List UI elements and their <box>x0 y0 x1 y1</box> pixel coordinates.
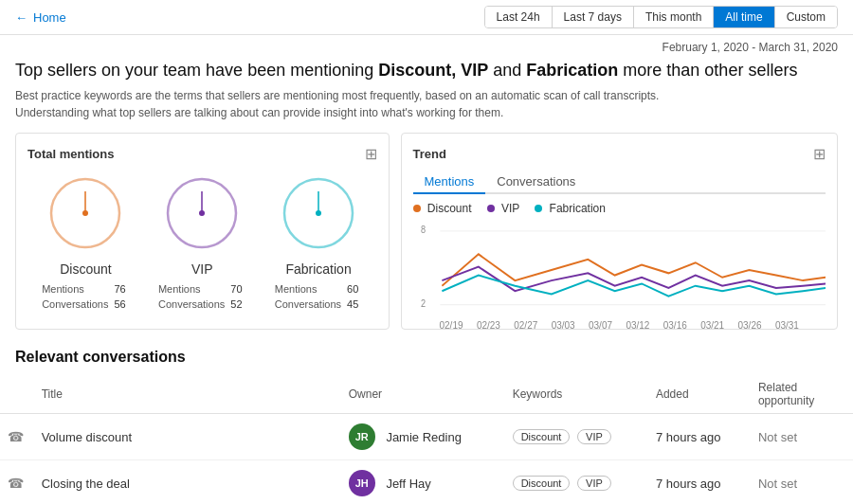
keyword-badge-vip-1[interactable]: VIP <box>577 476 611 491</box>
vip-label: VIP <box>191 261 213 277</box>
th-keywords: Keywords <box>505 375 648 414</box>
breadcrumb[interactable]: ← Home <box>15 10 66 25</box>
keywords-cell-0: Discount VIP <box>505 414 648 460</box>
table-body: ☎ Volume discount JR Jamie Reding Discou… <box>0 414 853 504</box>
filter-alltime[interactable]: All time <box>714 7 774 27</box>
fab-mentions-val: 60 <box>347 282 362 296</box>
card-title-trend: Trend <box>413 147 446 161</box>
vip-stats: Mentions70 Conversations52 <box>156 280 248 313</box>
avatar-1: JH <box>349 470 375 496</box>
conversations-table: Title Owner Keywords Added Related oppor… <box>0 375 853 504</box>
mention-item-vip: VIP Mentions70 Conversations52 <box>156 171 248 313</box>
vip-conv-label: Conversations <box>158 297 228 311</box>
trend-chart-svg: 8 2 <box>413 223 826 317</box>
added-cell-1: 7 hours ago <box>648 460 751 504</box>
th-title: Title <box>34 375 341 414</box>
cards-row: Total mentions ⊞ Discount Mentions76 C <box>0 133 853 341</box>
legend-dot-vip <box>487 205 495 212</box>
fabrication-stats: Mentions60 Conversations45 <box>273 280 365 313</box>
x-label-0321: 03/21 <box>700 320 724 331</box>
legend-label-vip: VIP <box>501 202 519 215</box>
table-row: ☎ Closing the deal JH Jeff Hay Discount … <box>0 460 853 504</box>
trend-legend: Discount VIP Fabrication <box>413 202 826 215</box>
th-opportunity: Related opportunity <box>751 375 853 414</box>
legend-fabrication: Fabrication <box>535 202 606 215</box>
discount-label: Discount <box>60 261 111 277</box>
phone-icon-cell-1: ☎ <box>0 460 34 504</box>
svg-text:8: 8 <box>421 225 426 235</box>
opportunity-cell-1: Not set <box>751 460 853 504</box>
date-range: February 1, 2020 - March 31, 2020 <box>0 35 853 56</box>
trend-tabs: Mentions Conversations <box>413 171 826 194</box>
tab-mentions[interactable]: Mentions <box>413 171 486 194</box>
x-label-0303: 03/03 <box>552 320 575 331</box>
th-owner: Owner <box>341 375 505 414</box>
home-label[interactable]: Home <box>33 10 66 25</box>
x-label-0331: 03/31 <box>775 320 799 331</box>
vip-mentions-label: Mentions <box>158 282 228 296</box>
x-label-0307: 03/07 <box>589 320 612 331</box>
legend-dot-discount <box>413 205 421 212</box>
mention-item-fabrication: Fabrication Mentions60 Conversations45 <box>273 171 365 313</box>
share-icon-trend[interactable]: ⊞ <box>813 145 826 163</box>
mention-item-discount: Discount Mentions76 Conversations56 <box>40 171 132 313</box>
phone-icon-0: ☎ <box>8 429 24 444</box>
legend-discount: Discount <box>413 202 472 215</box>
discount-conv-label: Conversations <box>42 297 112 311</box>
table-row: ☎ Volume discount JR Jamie Reding Discou… <box>0 414 853 460</box>
keyword-badge-discount-1[interactable]: Discount <box>513 476 571 491</box>
filter-thismonth[interactable]: This month <box>634 7 714 27</box>
phone-icon-cell-0: ☎ <box>0 414 34 460</box>
fab-conv-val: 45 <box>347 297 362 311</box>
total-mentions-card: Total mentions ⊞ Discount Mentions76 C <box>15 133 390 330</box>
legend-label-discount: Discount <box>427 202 472 215</box>
legend-label-fabrication: Fabrication <box>550 202 606 215</box>
title-keyword2: Fabrication <box>526 61 618 80</box>
card-title-mentions: Total mentions <box>27 147 114 161</box>
discount-mentions-val: 76 <box>114 282 129 296</box>
section-title-conversations: Relevant conversations <box>0 341 853 375</box>
table-header: Title Owner Keywords Added Related oppor… <box>0 375 853 414</box>
vip-mentions-val: 70 <box>230 282 245 296</box>
subtitle: Best practice keywords are the terms tha… <box>0 87 853 133</box>
svg-text:2: 2 <box>421 298 426 309</box>
share-icon-mentions[interactable]: ⊞ <box>365 145 377 163</box>
main-title: Top sellers on your team have been menti… <box>0 56 853 87</box>
x-label-0326: 03/26 <box>738 320 762 331</box>
keyword-badge-vip-0[interactable]: VIP <box>577 429 611 444</box>
card-header-trend: Trend ⊞ <box>413 145 826 163</box>
filter-last24h[interactable]: Last 24h <box>485 7 553 27</box>
title-suffix: more than other sellers <box>618 61 797 80</box>
top-nav: ← Home Last 24h Last 7 days This month A… <box>0 0 853 35</box>
discount-stats: Mentions76 Conversations56 <box>40 280 132 313</box>
keywords-cell-1: Discount VIP <box>505 460 648 504</box>
card-header-mentions: Total mentions ⊞ <box>27 145 377 163</box>
keyword-badge-discount-0[interactable]: Discount <box>513 429 571 444</box>
phone-icon-1: ☎ <box>8 476 24 491</box>
fabrication-label: Fabrication <box>285 261 351 277</box>
filter-custom[interactable]: Custom <box>775 7 837 27</box>
title-cell-0[interactable]: Volume discount <box>34 414 341 460</box>
back-arrow: ← <box>15 10 27 25</box>
x-label-0316: 03/16 <box>663 320 687 331</box>
x-label-0223: 02/23 <box>477 320 500 331</box>
chart-area: 8 2 02/19 02/23 02/27 03/03 03/07 03/12 … <box>413 223 826 317</box>
circle-discount <box>43 171 128 256</box>
discount-conv-val: 56 <box>114 297 129 311</box>
owner-cell-1: JH Jeff Hay <box>341 460 505 504</box>
circle-fabrication <box>276 171 361 256</box>
x-label-0219: 02/19 <box>440 320 463 331</box>
filter-last7days[interactable]: Last 7 days <box>553 7 634 27</box>
owner-name-1: Jeff Hay <box>386 477 430 491</box>
time-filters: Last 24h Last 7 days This month All time… <box>484 6 838 28</box>
title-cell-1[interactable]: Closing the deal <box>34 460 341 504</box>
subtitle-line2: Understanding what top sellers are talki… <box>15 104 838 121</box>
title-prefix: Top sellers on your team have been menti… <box>15 61 378 80</box>
mentions-items-row: Discount Mentions76 Conversations56 <box>27 171 377 313</box>
x-label-0312: 03/12 <box>626 320 649 331</box>
avatar-0: JR <box>349 423 375 450</box>
legend-dot-fabrication <box>535 205 542 212</box>
th-icon-spacer <box>0 375 34 414</box>
legend-vip: VIP <box>487 202 520 215</box>
tab-conversations[interactable]: Conversations <box>485 171 587 194</box>
